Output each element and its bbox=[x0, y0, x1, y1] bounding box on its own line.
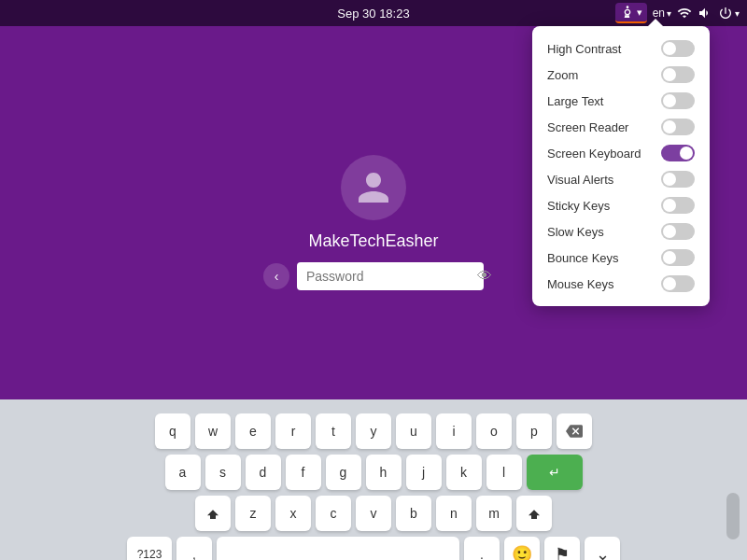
dropdown-item-large-text[interactable]: Large Text bbox=[532, 88, 710, 114]
back-button[interactable]: ‹ bbox=[263, 263, 289, 289]
key-comma[interactable]: , bbox=[176, 537, 212, 560]
hide-keyboard-key[interactable]: ⌄ bbox=[585, 537, 620, 560]
volume-button[interactable] bbox=[698, 6, 712, 21]
power-icon bbox=[718, 6, 733, 21]
keyboard-area: q w e r t y u i o p a s d f g h j k l ↵ bbox=[0, 399, 747, 560]
shift-right-icon bbox=[526, 505, 543, 522]
accessibility-icon bbox=[620, 5, 635, 20]
enter-key[interactable]: ↵ bbox=[527, 455, 583, 490]
toggle-sticky-keys[interactable] bbox=[661, 197, 695, 214]
key-q[interactable]: q bbox=[155, 413, 190, 449]
toggle-large-text[interactable] bbox=[661, 92, 695, 109]
avatar bbox=[341, 155, 406, 220]
dropdown-item-high-contrast[interactable]: High Contrast bbox=[532, 35, 710, 62]
key-y[interactable]: y bbox=[356, 413, 391, 449]
key-x[interactable]: x bbox=[275, 496, 311, 531]
key-s[interactable]: s bbox=[205, 455, 241, 490]
key-period[interactable]: . bbox=[464, 537, 500, 560]
network-icon bbox=[677, 6, 692, 21]
key-z[interactable]: z bbox=[235, 496, 271, 531]
key-t[interactable]: t bbox=[316, 413, 351, 449]
accessibility-button[interactable]: ▾ bbox=[615, 3, 647, 23]
toggle-high-contrast[interactable] bbox=[661, 40, 695, 57]
backspace-key[interactable] bbox=[557, 413, 592, 449]
toggle-slow-keys[interactable] bbox=[661, 223, 695, 240]
dropdown-label-mouse-keys: Mouse Keys bbox=[547, 277, 661, 291]
svg-point-0 bbox=[626, 6, 628, 8]
power-button[interactable]: ▾ bbox=[718, 6, 740, 21]
keyboard-row-2: a s d f g h j k l ↵ bbox=[165, 455, 583, 490]
eye-icon[interactable]: 👁 bbox=[477, 268, 492, 285]
password-row: ‹ 👁 bbox=[263, 262, 484, 290]
special-key[interactable]: ?123 bbox=[127, 537, 172, 560]
dropdown-item-sticky-keys[interactable]: Sticky Keys bbox=[532, 192, 710, 218]
key-n[interactable]: n bbox=[436, 496, 472, 531]
password-input-wrapper: 👁 bbox=[297, 262, 484, 290]
key-w[interactable]: w bbox=[195, 413, 231, 449]
topbar: Sep 30 18:23 ▾ en ▾ bbox=[0, 0, 747, 26]
dropdown-item-zoom[interactable]: Zoom bbox=[532, 62, 710, 88]
login-area: MakeTechEasher ‹ 👁 bbox=[263, 155, 484, 290]
key-d[interactable]: d bbox=[246, 455, 281, 490]
chevron-down-icon: ▾ bbox=[637, 7, 642, 19]
toggle-screen-keyboard[interactable] bbox=[661, 145, 695, 161]
toggle-mouse-keys[interactable] bbox=[661, 275, 695, 292]
username-label: MakeTechEasher bbox=[308, 231, 438, 251]
key-g[interactable]: g bbox=[326, 455, 361, 490]
lang-chevron-icon: ▾ bbox=[667, 8, 671, 19]
key-a[interactable]: a bbox=[165, 455, 201, 490]
key-b[interactable]: b bbox=[396, 496, 431, 531]
key-c[interactable]: c bbox=[316, 496, 351, 531]
keyboard-row-4: ?123 , . 🙂 ⚑ ⌄ bbox=[127, 537, 620, 560]
dropdown-label-high-contrast: High Contrast bbox=[547, 42, 661, 56]
scroll-indicator bbox=[726, 493, 740, 539]
key-v[interactable]: v bbox=[356, 496, 391, 531]
key-m[interactable]: m bbox=[476, 496, 512, 531]
dropdown-item-mouse-keys[interactable]: Mouse Keys bbox=[532, 271, 710, 297]
emoji-key[interactable]: 🙂 bbox=[504, 537, 540, 560]
toggle-visual-alerts[interactable] bbox=[661, 171, 695, 188]
dropdown-label-zoom: Zoom bbox=[547, 68, 661, 82]
key-k[interactable]: k bbox=[446, 455, 482, 490]
dropdown-label-large-text: Large Text bbox=[547, 94, 661, 108]
dropdown-item-bounce-keys[interactable]: Bounce Keys bbox=[532, 245, 710, 271]
dropdown-item-visual-alerts[interactable]: Visual Alerts bbox=[532, 166, 710, 192]
key-l[interactable]: l bbox=[486, 455, 522, 490]
dropdown-item-slow-keys[interactable]: Slow Keys bbox=[532, 218, 710, 245]
volume-icon bbox=[698, 6, 712, 21]
power-chevron-icon: ▾ bbox=[735, 8, 740, 19]
keyboard-row-1: q w e r t y u i o p bbox=[155, 413, 592, 449]
datetime-label: Sep 30 18:23 bbox=[337, 7, 409, 21]
toggle-zoom[interactable] bbox=[661, 66, 695, 83]
shift-key[interactable] bbox=[195, 496, 231, 531]
key-f[interactable]: f bbox=[286, 455, 321, 490]
key-i[interactable]: i bbox=[436, 413, 472, 449]
dropdown-label-bounce-keys: Bounce Keys bbox=[547, 251, 661, 265]
language-button[interactable]: en ▾ bbox=[653, 7, 671, 20]
accessibility-dropdown: High ContrastZoomLarge TextScreen Reader… bbox=[532, 26, 710, 306]
key-e[interactable]: e bbox=[235, 413, 271, 449]
key-o[interactable]: o bbox=[476, 413, 512, 449]
dropdown-label-sticky-keys: Sticky Keys bbox=[547, 199, 661, 213]
language-label: en bbox=[653, 7, 665, 20]
space-key[interactable] bbox=[217, 537, 459, 560]
dropdown-label-visual-alerts: Visual Alerts bbox=[547, 173, 661, 187]
key-p[interactable]: p bbox=[516, 413, 552, 449]
flag-key[interactable]: ⚑ bbox=[544, 537, 580, 560]
key-u[interactable]: u bbox=[396, 413, 431, 449]
dropdown-label-slow-keys: Slow Keys bbox=[547, 225, 661, 239]
dropdown-item-screen-keyboard[interactable]: Screen Keyboard bbox=[532, 140, 710, 166]
key-h[interactable]: h bbox=[366, 455, 402, 490]
key-r[interactable]: r bbox=[275, 413, 311, 449]
network-button[interactable] bbox=[677, 6, 692, 21]
shift-icon bbox=[204, 505, 221, 522]
shift-right-key[interactable] bbox=[516, 496, 552, 531]
topbar-right: ▾ en ▾ ▾ bbox=[615, 3, 740, 23]
password-input[interactable] bbox=[306, 269, 470, 284]
dropdown-label-screen-keyboard: Screen Keyboard bbox=[547, 147, 661, 161]
dropdown-label-screen-reader: Screen Reader bbox=[547, 120, 661, 134]
dropdown-item-screen-reader[interactable]: Screen Reader bbox=[532, 114, 710, 140]
key-j[interactable]: j bbox=[406, 455, 442, 490]
toggle-bounce-keys[interactable] bbox=[661, 249, 695, 266]
toggle-screen-reader[interactable] bbox=[661, 119, 695, 135]
